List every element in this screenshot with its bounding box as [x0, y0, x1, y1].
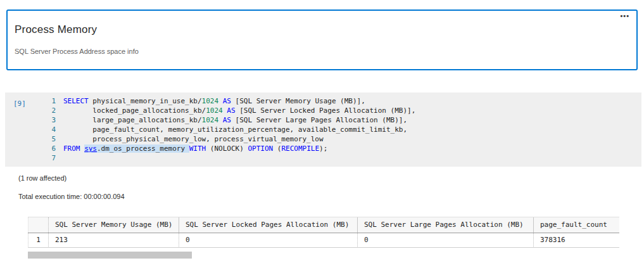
code-token: (NOLOCK): [206, 144, 248, 153]
code-cell[interactable]: [9] 1SELECT physical_memory_in_use_kb/10…: [5, 93, 641, 167]
column-header[interactable]: SQL Server Large Pages Allocation (MB): [358, 217, 534, 233]
grid-row: 121300378316: [28, 233, 619, 248]
notebook-page: { "card": { "title": "Process Memory", "…: [0, 0, 644, 263]
code-text: process_physical_memory_low, process_vir…: [63, 134, 324, 144]
grid-cell[interactable]: 0: [179, 233, 358, 248]
line-number: 1: [5, 96, 63, 106]
line-number: 2: [5, 106, 63, 115]
code-token: [SQL Server Large Pages Allocation (MB)]…: [231, 116, 407, 124]
code-token: OPTION: [248, 144, 273, 153]
cell-title: Process Memory: [15, 23, 97, 36]
code-token: (: [273, 144, 281, 153]
code-token: page_fault_count, memory_utilization_per…: [63, 125, 407, 134]
code-token: 1024: [206, 106, 223, 115]
results-grid: SQL Server Memory Usage (MB)SQL Server L…: [28, 217, 619, 248]
code-text: locked_page_allocations_kb/1024 AS [SQL …: [63, 106, 415, 115]
code-token: 1024: [202, 97, 219, 105]
grid-cell[interactable]: 378316: [534, 233, 619, 248]
code-token: FROM: [63, 144, 80, 153]
row-number-cell[interactable]: 1: [28, 233, 49, 248]
column-header[interactable]: SQL Server Memory Usage (MB): [49, 217, 179, 233]
grid-header-row: SQL Server Memory Usage (MB)SQL Server L…: [28, 217, 619, 233]
code-line[interactable]: 4 page_fault_count, memory_utilization_p…: [5, 125, 641, 134]
column-header[interactable]: SQL Server Locked Pages Allocation (MB): [179, 217, 358, 233]
sql-editor[interactable]: 1SELECT physical_memory_in_use_kb/1024 A…: [5, 96, 641, 163]
code-token: process_physical_memory_low, process_vir…: [63, 135, 324, 143]
code-text: FROM sys.dm_os_process_memory WITH (NOLO…: [63, 144, 327, 153]
code-token: AS: [223, 116, 231, 124]
cell-subtitle: SQL Server Process Address space info: [15, 48, 139, 55]
code-token: AS: [223, 97, 231, 105]
code-text: SELECT physical_memory_in_use_kb/1024 AS…: [63, 96, 365, 106]
code-line[interactable]: 6FROM sys.dm_os_process_memory WITH (NOL…: [5, 144, 641, 153]
code-token: );: [319, 144, 327, 153]
code-token: locked_page_allocations_kb/: [63, 106, 206, 115]
code-text: large_page_allocations_kb/1024 AS [SQL S…: [63, 115, 407, 125]
code-line[interactable]: 3 large_page_allocations_kb/1024 AS [SQL…: [5, 115, 641, 125]
code-line[interactable]: 2 locked_page_allocations_kb/1024 AS [SQ…: [5, 106, 641, 115]
code-token: physical_memory_in_use_kb/: [89, 97, 202, 105]
rows-affected-message: (1 row affected): [18, 174, 66, 182]
execution-time-message: Total execution time: 00:00:00.094: [18, 193, 125, 200]
more-actions-button[interactable]: •••: [620, 11, 629, 20]
code-token: 1024: [202, 116, 219, 124]
code-text: page_fault_count, memory_utilization_per…: [63, 125, 407, 134]
grid-cell[interactable]: 213: [49, 233, 179, 248]
code-token: [SQL Server Locked Pages Allocation (MB)…: [236, 106, 416, 115]
scrollbar-thumb[interactable]: [28, 252, 192, 259]
code-token: [218, 97, 223, 105]
code-line[interactable]: 7: [5, 153, 641, 163]
code-token: large_page_allocations_kb/: [63, 116, 202, 124]
column-header[interactable]: page_fault_count: [534, 217, 619, 233]
horizontal-scrollbar[interactable]: [28, 252, 619, 259]
code-line[interactable]: 1SELECT physical_memory_in_use_kb/1024 A…: [5, 96, 641, 106]
code-token: sys: [84, 144, 97, 153]
code-token: [SQL Server Memory Usage (MB)],: [231, 97, 365, 105]
line-number: 5: [5, 134, 63, 144]
code-token: .dm_os_process_memory: [97, 144, 189, 153]
line-number: 7: [5, 153, 63, 163]
code-token: AS: [227, 106, 235, 115]
line-number: 6: [5, 144, 63, 153]
code-token: RECOMPILE: [281, 144, 319, 153]
code-token: [218, 116, 223, 124]
line-number: 4: [5, 125, 63, 134]
code-line[interactable]: 5 process_physical_memory_low, process_v…: [5, 134, 641, 144]
line-number: 3: [5, 115, 63, 125]
text-cell-card[interactable]: ••• Process Memory SQL Server Process Ad…: [6, 10, 638, 70]
code-token: SELECT: [63, 97, 89, 105]
row-number-header[interactable]: [28, 217, 49, 233]
ellipsis-icon: •••: [620, 12, 629, 20]
code-token: WITH: [189, 144, 206, 153]
grid-cell[interactable]: 0: [358, 233, 534, 248]
